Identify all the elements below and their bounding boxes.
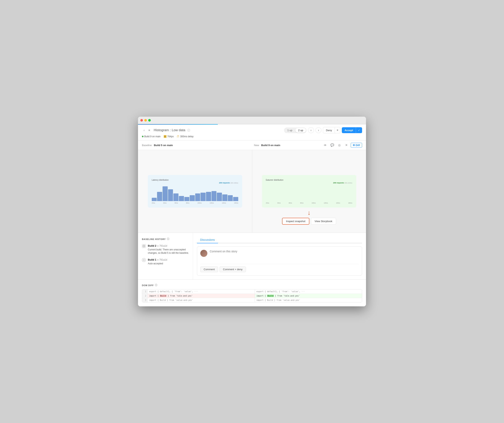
info-icon[interactable]: ⓘ [187, 129, 190, 132]
avatar [200, 250, 207, 257]
bar-group [325, 201, 331, 201]
diff-right-3: import { Build } from 'value-and-yes' [255, 298, 362, 302]
baseline-chart: Latency distribution 209 requests 100-13… [148, 175, 242, 208]
tabs: Discussions [197, 237, 362, 243]
menu-button[interactable]: ≡ [147, 128, 151, 132]
bar [179, 196, 184, 201]
comment-deny-button[interactable]: Comment + deny [220, 266, 246, 272]
diff-table: 1 export { default1, { 'from': 'value', … [142, 289, 362, 302]
diff-left-3: import { Build } from 'value-and-yes' [148, 298, 255, 302]
diff-row-2: 2 import { Build } from 'tale-and-yes' i… [142, 294, 362, 298]
history-build-2: Build 1 ● 791a1d [148, 258, 167, 261]
baseline-chart-bars [152, 185, 238, 201]
bar [184, 197, 190, 201]
bar-group [282, 201, 287, 201]
new-chart: Eaturenr distribution 209 requests 200-2… [262, 175, 356, 208]
comparison-header: Baseline Build 5 on main New Build 9 on … [138, 141, 366, 150]
discussions-tab[interactable]: Discussions [197, 237, 218, 243]
comparison-header-left: Baseline Build 5 on main [142, 143, 250, 147]
viewport-icon: 🖥 [164, 135, 167, 138]
header-left: ‹ ≡ Histogram : Low data ⓘ [142, 128, 190, 132]
bar-group [336, 201, 342, 201]
comment-textarea[interactable] [210, 250, 359, 262]
next-story-button[interactable]: › [316, 127, 321, 133]
inspect-area: ↓ Inspect snapshot View Storybook [282, 210, 336, 225]
accept-button[interactable]: Accept [342, 128, 356, 133]
baseline-chart-title: Latency distribution [152, 179, 238, 181]
bar-group [298, 201, 304, 201]
comparison-header-right: New Build 9 on main 👁 💬 ◎ ✕ ⊞ Diff [250, 142, 362, 148]
delay-info: ⏱ 300ms delay [177, 135, 193, 138]
traffic-lights [140, 119, 151, 122]
arrow-down-icon: ↓ [307, 210, 311, 216]
history-desc-1: Current build. There are unaccepted chan… [148, 248, 189, 255]
build-status-dot [142, 136, 144, 137]
bar [190, 195, 195, 201]
diff-button[interactable]: ⊞ Diff [351, 143, 362, 148]
two-up-button[interactable]: 2 up [295, 128, 306, 133]
bottom-section: BASELINE HISTORY ⓘ Build 2 ● 791a1d Curr… [138, 233, 366, 279]
history-item-1: Build 2 ● 791a1d Current build. There ar… [142, 244, 189, 255]
comment-input-row [200, 250, 359, 262]
baseline-history-info-icon[interactable]: ⓘ [167, 237, 169, 241]
header-top: ‹ ≡ Histogram : Low data ⓘ 1 up 2 up [142, 127, 362, 133]
svg-point-2 [143, 259, 144, 261]
accept-check-button[interactable]: ✓ [356, 128, 362, 133]
bar-group [288, 201, 293, 201]
inspect-snapshot-button[interactable]: Inspect snapshot [282, 218, 309, 225]
comment-box: Comment Comment + deny [197, 247, 362, 276]
view-controls: 👁 💬 ◎ ✕ ⊞ Diff [322, 142, 362, 148]
bar [173, 194, 179, 201]
history-icon-2 [142, 258, 146, 262]
diff-right-1: export { default1, { 'from': 'value', ··… [255, 289, 362, 294]
viewport-value: 764px [167, 135, 174, 138]
comment-actions: Comment Comment + deny [200, 264, 359, 272]
deny-button-group: Deny ✕ [323, 127, 340, 133]
diff-row-1: 1 export { default1, { 'from': 'value', … [142, 289, 362, 294]
dom-diff-section: DOM DIFF ⓘ 1 export { default1, { 'from'… [138, 279, 366, 306]
deny-button[interactable]: Deny [323, 128, 335, 133]
bar-group [320, 201, 325, 201]
bar [152, 198, 157, 201]
baseline-history-title: BASELINE HISTORY ⓘ [142, 237, 189, 241]
bar-group [293, 201, 298, 201]
bar [157, 192, 162, 201]
build-label: Build 9 on main [144, 135, 161, 138]
bar [195, 194, 200, 201]
bar [217, 193, 222, 201]
bar [206, 192, 211, 201]
new-chart-title: Eaturenr distribution [266, 179, 352, 181]
diff-right-2: import { Build } from 'tale-and-yes' [255, 294, 362, 298]
maximize-button[interactable] [148, 119, 151, 122]
comment-view-button[interactable]: 💬 [330, 142, 335, 148]
close-button[interactable] [140, 119, 143, 122]
build-status: Build 9 on main [142, 135, 161, 138]
baseline-pane: Latency distribution 209 requests 100-13… [138, 150, 252, 233]
dom-diff-info-icon[interactable]: ⓘ [155, 284, 157, 287]
clock-icon: ⏱ [177, 135, 179, 138]
history-content-1: Build 2 ● 791a1d Current build. There ar… [148, 244, 189, 255]
diff-left-1: export { default1, { 'from': 'value', ··… [148, 289, 255, 294]
minimize-button[interactable] [144, 119, 147, 122]
new-snapshot-pane: Eaturenr distribution 209 requests 200-2… [252, 150, 366, 233]
back-nav-button[interactable]: ‹ [142, 128, 146, 132]
comment-button[interactable]: Comment [200, 266, 218, 272]
history-content-2: Build 1 ● 791a1d Auto-accepted [148, 258, 167, 265]
prev-story-button[interactable]: ‹ [308, 127, 314, 133]
deny-dropdown-button[interactable]: ✕ [335, 128, 340, 133]
header: ‹ ≡ Histogram : Low data ⓘ 1 up 2 up [138, 125, 366, 141]
accept-button-group: Accept ✓ [342, 127, 362, 133]
view-toggle: 1 up 2 up [284, 127, 307, 133]
view-storybook-button[interactable]: View Storybook [311, 218, 336, 225]
eye-button[interactable]: 👁 [322, 142, 328, 148]
history-item-2: Build 1 ● 791a1d Auto-accepted [142, 258, 189, 265]
bar-group [315, 201, 320, 201]
focus-button[interactable]: ◎ [336, 142, 342, 148]
bar-group [304, 201, 309, 201]
baseline-label: Baseline Build 5 on main [142, 144, 173, 147]
action-buttons: Inspect snapshot View Storybook [282, 218, 336, 225]
bar-group [331, 201, 336, 201]
one-up-button[interactable]: 1 up [285, 128, 295, 133]
new-chart-axis: 20ms40ms60ms80ms100ms120ms140ms160ms [266, 202, 352, 204]
close-view-button[interactable]: ✕ [344, 142, 349, 148]
